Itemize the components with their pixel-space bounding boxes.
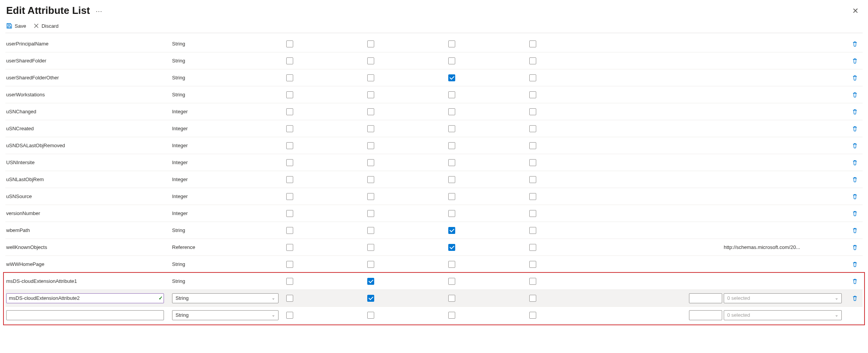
checkbox[interactable] (448, 312, 455, 319)
attr-multiselect[interactable]: 0 selected⌄ (724, 310, 842, 320)
checkbox[interactable] (286, 74, 293, 81)
attr-multiselect[interactable]: 0 selected⌄ (724, 293, 842, 303)
checkbox[interactable] (448, 108, 455, 115)
checkbox[interactable] (286, 210, 293, 217)
checkbox[interactable] (529, 295, 536, 302)
attr-row: wellKnownObjectsReferencehttp://schemas.… (5, 239, 863, 256)
checkbox[interactable] (286, 159, 293, 166)
checkbox[interactable] (529, 125, 536, 132)
checkbox[interactable] (367, 261, 374, 268)
checkbox[interactable] (448, 125, 455, 132)
checkbox[interactable] (367, 142, 374, 149)
more-icon[interactable]: … (95, 6, 103, 15)
checkbox[interactable] (286, 278, 293, 285)
checkbox[interactable] (367, 210, 374, 217)
delete-button[interactable] (847, 109, 863, 115)
checkbox[interactable] (286, 108, 293, 115)
checkbox[interactable] (367, 176, 374, 183)
checkbox[interactable] (367, 125, 374, 132)
checkbox[interactable] (448, 176, 455, 183)
checkbox[interactable] (286, 193, 293, 200)
attr-name-input[interactable] (6, 310, 164, 320)
checkbox[interactable] (286, 40, 293, 47)
checkbox[interactable] (529, 74, 536, 81)
checkbox[interactable] (448, 142, 455, 149)
checkbox[interactable] (529, 142, 536, 149)
delete-button[interactable] (847, 295, 863, 301)
delete-button[interactable] (847, 41, 863, 47)
checkbox[interactable] (448, 210, 455, 217)
checkbox[interactable] (448, 91, 455, 98)
checkbox[interactable] (286, 142, 293, 149)
delete-button[interactable] (847, 244, 863, 250)
checkbox[interactable] (286, 227, 293, 234)
checkbox[interactable] (448, 227, 455, 234)
attr-type: String (172, 41, 284, 47)
checkbox[interactable] (286, 57, 293, 64)
checkbox[interactable] (529, 210, 536, 217)
checkbox[interactable] (448, 261, 455, 268)
checkbox[interactable] (448, 74, 455, 81)
attr-picker-input[interactable] (689, 293, 722, 303)
delete-button[interactable] (847, 143, 863, 149)
checkbox[interactable] (286, 312, 293, 319)
checkbox[interactable] (286, 295, 293, 302)
checkbox[interactable] (367, 278, 374, 285)
checkbox[interactable] (529, 57, 536, 64)
checkbox[interactable] (529, 176, 536, 183)
checkbox[interactable] (529, 278, 536, 285)
delete-button[interactable] (847, 126, 863, 132)
checkbox[interactable] (448, 193, 455, 200)
checkbox[interactable] (529, 312, 536, 319)
checkbox[interactable] (367, 295, 374, 302)
checkbox[interactable] (529, 193, 536, 200)
discard-button[interactable]: Discard (33, 23, 59, 29)
checkbox[interactable] (448, 40, 455, 47)
checkbox[interactable] (286, 91, 293, 98)
checkbox[interactable] (367, 108, 374, 115)
delete-button[interactable] (847, 92, 863, 98)
delete-button[interactable] (847, 75, 863, 81)
checkbox[interactable] (367, 74, 374, 81)
delete-button[interactable] (847, 193, 863, 200)
save-button[interactable]: Save (6, 23, 26, 29)
attr-type-select[interactable]: String⌄ (172, 293, 279, 303)
attr-row: wWWHomePageString (5, 256, 863, 273)
checkbox[interactable] (367, 244, 374, 251)
delete-button[interactable] (847, 261, 863, 267)
delete-button[interactable] (847, 210, 863, 217)
delete-button[interactable] (847, 160, 863, 166)
checkbox[interactable] (286, 125, 293, 132)
attr-name: userSharedFolder (6, 58, 172, 64)
checkbox[interactable] (448, 244, 455, 251)
checkbox[interactable] (529, 159, 536, 166)
checkbox[interactable] (286, 176, 293, 183)
checkbox[interactable] (367, 227, 374, 234)
checkbox[interactable] (286, 261, 293, 268)
checkbox[interactable] (529, 108, 536, 115)
attr-type-select[interactable]: String⌄ (172, 310, 279, 320)
checkbox[interactable] (367, 312, 374, 319)
checkbox[interactable] (286, 244, 293, 251)
delete-button[interactable] (847, 227, 863, 234)
checkbox[interactable] (448, 159, 455, 166)
checkbox[interactable] (448, 295, 455, 302)
checkbox[interactable] (367, 91, 374, 98)
checkbox[interactable] (367, 159, 374, 166)
checkbox[interactable] (529, 244, 536, 251)
checkbox[interactable] (448, 57, 455, 64)
delete-button[interactable] (847, 58, 863, 64)
attr-name-input[interactable] (6, 293, 164, 303)
checkbox[interactable] (529, 261, 536, 268)
checkbox[interactable] (367, 193, 374, 200)
checkbox[interactable] (529, 227, 536, 234)
checkbox[interactable] (529, 40, 536, 47)
checkbox[interactable] (529, 91, 536, 98)
delete-button[interactable] (847, 176, 863, 183)
checkbox[interactable] (367, 57, 374, 64)
delete-button[interactable] (847, 278, 863, 284)
checkbox[interactable] (448, 278, 455, 285)
attr-picker-input[interactable] (689, 310, 722, 320)
close-icon[interactable]: ✕ (852, 6, 861, 15)
checkbox[interactable] (367, 40, 374, 47)
